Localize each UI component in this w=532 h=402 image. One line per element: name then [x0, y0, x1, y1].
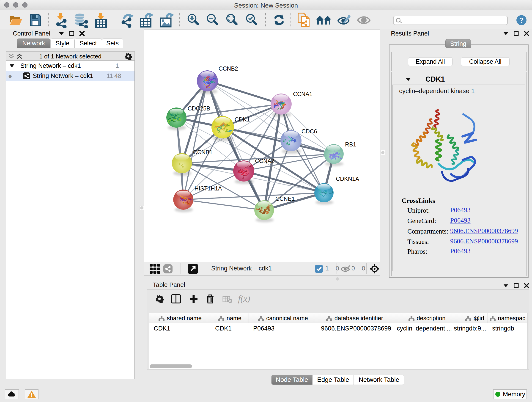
svg-text:CDK1: CDK1 [234, 116, 250, 123]
svg-text:CCNA2: CCNA2 [255, 158, 274, 164]
svg-text:CDKN1A: CDKN1A [336, 176, 359, 182]
svg-text:CCNB1: CCNB1 [193, 149, 213, 155]
svg-text:RB1: RB1 [345, 141, 356, 148]
svg-text:CCNA1: CCNA1 [293, 91, 312, 97]
svg-text:HIST1H1A: HIST1H1A [195, 185, 222, 191]
svg-text:CDC25B: CDC25B [188, 105, 210, 112]
svg-text:CDC6: CDC6 [302, 128, 317, 134]
svg-text:?: ? [519, 16, 524, 24]
svg-text:CCNE1: CCNE1 [275, 196, 295, 202]
svg-text:CCNB2: CCNB2 [219, 65, 238, 72]
